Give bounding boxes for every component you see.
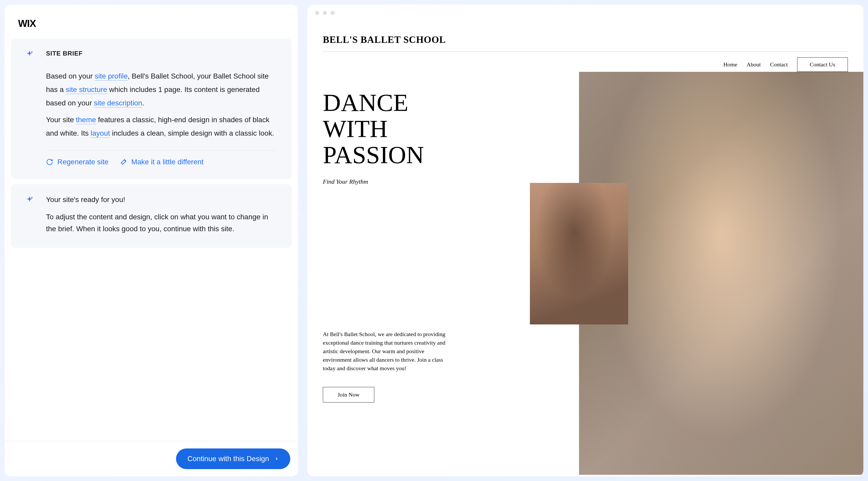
- site-nav: Home About Contact Contact Us: [323, 57, 848, 72]
- continue-label: Continue with this Design: [187, 455, 269, 463]
- theme-link[interactable]: theme: [76, 116, 96, 124]
- browser-dot: [315, 11, 319, 15]
- site-preview[interactable]: BELL'S BALLET SCHOOL Home About Contact …: [307, 21, 863, 476]
- site-description-link[interactable]: site description: [94, 99, 142, 107]
- site-brief-card: SITE BRIEF Based on your site profile, B…: [11, 38, 292, 179]
- refresh-icon: [46, 158, 53, 166]
- nav-about[interactable]: About: [746, 61, 761, 68]
- continue-button[interactable]: Continue with this Design: [176, 448, 290, 469]
- hero-image-small: [530, 183, 628, 324]
- chevron-right-icon: [274, 456, 279, 461]
- browser-chrome: [307, 5, 863, 21]
- brief-actions: Regenerate site Make it a little differe…: [46, 158, 277, 166]
- site-title[interactable]: BELL'S BALLET SCHOOL: [323, 34, 848, 52]
- wix-logo: WIX: [18, 18, 298, 29]
- footer-bar: Continue with this Design: [5, 441, 298, 476]
- brief-paragraph-2: Your site theme features a classic, high…: [46, 113, 277, 140]
- brief-text: includes a clean, simple design with a c…: [110, 129, 274, 137]
- magic-wand-icon: [120, 158, 127, 166]
- hero-section: DANCE WITH PASSION Find Your Rhythm At B…: [323, 90, 848, 403]
- brief-paragraph-1: Based on your site profile, Bell's Balle…: [46, 69, 277, 109]
- regenerate-site-button[interactable]: Regenerate site: [46, 158, 108, 166]
- body-text: At Bell's Ballet School, we are dedicate…: [323, 330, 447, 373]
- browser-dot: [331, 11, 335, 15]
- left-sidebar: WIX SITE BRIEF Based on your site profil…: [5, 5, 298, 476]
- make-different-button[interactable]: Make it a little different: [120, 158, 204, 166]
- nav-home[interactable]: Home: [723, 61, 737, 68]
- brief-heading: SITE BRIEF: [46, 50, 277, 57]
- contact-us-button[interactable]: Contact Us: [797, 57, 848, 72]
- make-different-label: Make it a little different: [131, 158, 204, 166]
- regenerate-label: Regenerate site: [57, 158, 108, 166]
- sparkle-icon: [25, 196, 34, 204]
- logo-area: WIX: [5, 5, 298, 38]
- sparkle-icon: [25, 50, 34, 58]
- site-ready-card: Your site's ready for you! To adjust the…: [11, 184, 292, 248]
- ready-heading: Your site's ready for you!: [46, 196, 277, 204]
- nav-contact[interactable]: Contact: [770, 61, 787, 68]
- divider: [46, 150, 277, 151]
- site-structure-link[interactable]: site structure: [66, 86, 107, 94]
- site-profile-link[interactable]: site profile: [95, 72, 128, 81]
- ready-text: To adjust the content and design, click …: [46, 211, 277, 235]
- browser-dot: [323, 11, 327, 15]
- layout-link[interactable]: layout: [91, 129, 110, 138]
- brief-text: .: [142, 99, 144, 107]
- brief-text: Based on your: [46, 72, 95, 80]
- brief-text: Your site: [46, 116, 76, 124]
- site-preview-panel: BELL'S BALLET SCHOOL Home About Contact …: [307, 5, 863, 476]
- join-now-button[interactable]: Join Now: [323, 387, 374, 403]
